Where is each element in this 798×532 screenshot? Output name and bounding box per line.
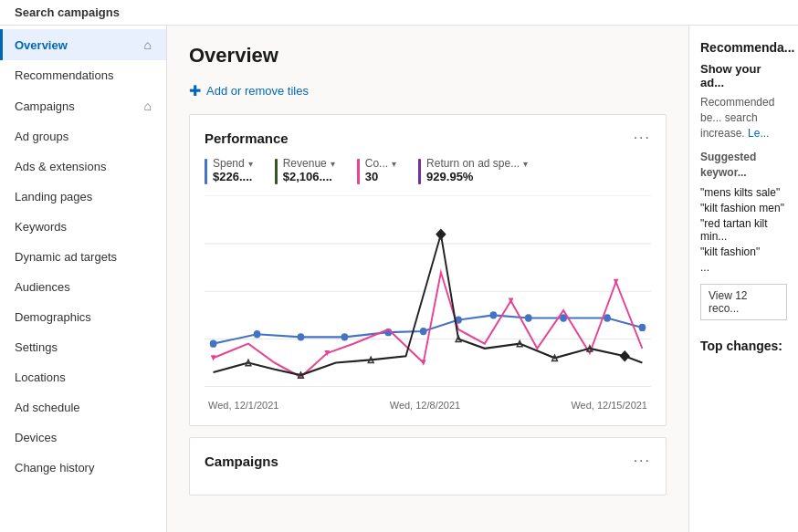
add-tiles-button[interactable]: ✚ Add or remove tiles <box>189 82 309 99</box>
date-mid: Wed, 12/8/2021 <box>390 400 460 411</box>
sidebar-item-ad-schedule[interactable]: Ad schedule <box>0 392 166 422</box>
sidebar-item-label: Devices <box>15 431 57 444</box>
svg-point-11 <box>490 311 498 318</box>
metric-info-conversions: Co... ▾ 30 <box>365 157 396 183</box>
keyword-4: "kilt fashion" <box>700 245 787 258</box>
top-bar-title: Search campaigns <box>15 5 120 19</box>
view-recommendations-button[interactable]: View 12 reco... <box>700 284 787 320</box>
metric-info-revenue: Revenue ▾ $2,106.... <box>283 157 335 183</box>
conversions-bar <box>357 159 360 184</box>
home-icon: ⌂ <box>144 37 152 52</box>
recommendations-section: Recommenda... Show your ad... Recommende… <box>700 40 787 320</box>
revenue-dropdown-icon[interactable]: ▾ <box>331 159 335 169</box>
metric-info-roas: Return on ad spe... ▾ 929.95% <box>426 157 528 183</box>
metric-info-spend: Spend ▾ $226.... <box>213 157 253 183</box>
sidebar-item-label: Dynamic ad targets <box>15 250 117 264</box>
card-header: Performance ··· <box>205 130 651 146</box>
sidebar: Overview ⌂ Recommendations Campaigns ⌂ A… <box>0 26 167 532</box>
chart-dates: Wed, 12/1/2021 Wed, 12/8/2021 Wed, 12/15… <box>205 400 651 411</box>
revenue-label: Revenue ▾ <box>283 157 335 170</box>
suggested-keywords-section: Suggested keywor... "mens kilts sale" "k… <box>700 150 787 274</box>
sidebar-item-devices[interactable]: Devices <box>0 422 166 453</box>
performance-card: Performance ··· Spend ▾ $226.... <box>189 114 667 426</box>
sidebar-item-settings[interactable]: Settings <box>0 332 166 362</box>
metric-roas: Return on ad spe... ▾ 929.95% <box>418 157 528 184</box>
campaigns-home-icon: ⌂ <box>144 99 152 113</box>
date-end: Wed, 12/15/2021 <box>571 400 647 411</box>
top-changes-section: Top changes: <box>700 339 787 353</box>
sidebar-item-change-history[interactable]: Change history <box>0 453 166 483</box>
keyword-5: ... <box>700 261 787 274</box>
sidebar-item-label: Settings <box>15 340 58 354</box>
sidebar-item-label: Ads & extensions <box>15 160 106 173</box>
svg-point-7 <box>341 333 349 340</box>
top-bar: Search campaigns <box>0 0 798 26</box>
performance-chart <box>205 195 651 396</box>
performance-card-menu[interactable]: ··· <box>634 130 651 146</box>
conversions-dropdown-icon[interactable]: ▾ <box>392 159 396 169</box>
sidebar-item-label: Demographics <box>15 310 91 324</box>
sidebar-item-ads-extensions[interactable]: Ads & extensions <box>0 151 166 182</box>
conversions-label: Co... ▾ <box>365 157 396 170</box>
svg-point-5 <box>254 330 261 338</box>
sidebar-item-recommendations[interactable]: Recommendations <box>0 60 166 90</box>
sidebar-item-audiences[interactable]: Audiences <box>0 272 166 302</box>
svg-point-14 <box>604 314 611 321</box>
sidebar-item-label: Overview <box>15 38 68 52</box>
keyword-3: "red tartan kilt min... <box>700 217 787 243</box>
sidebar-item-label: Recommendations <box>15 68 113 82</box>
sidebar-item-label: Locations <box>15 370 66 384</box>
svg-point-6 <box>298 333 305 340</box>
sidebar-item-label: Audiences <box>15 280 70 294</box>
campaigns-card: Campaigns ··· <box>189 437 667 495</box>
top-changes-title: Top changes: <box>700 339 787 353</box>
spend-dropdown-icon[interactable]: ▾ <box>248 159 253 169</box>
svg-marker-21 <box>436 228 446 240</box>
keyword-1: "mens kilts sale" <box>700 186 787 199</box>
sidebar-item-locations[interactable]: Locations <box>0 362 166 392</box>
sidebar-item-dynamic-ad-targets[interactable]: Dynamic ad targets <box>0 242 166 272</box>
plus-icon: ✚ <box>189 82 201 99</box>
page-title: Overview <box>189 44 667 68</box>
main-content: Overview ✚ Add or remove tiles Performan… <box>167 26 688 532</box>
sidebar-item-demographics[interactable]: Demographics <box>0 302 166 332</box>
performance-card-title: Performance <box>205 130 289 146</box>
metric-revenue: Revenue ▾ $2,106.... <box>275 157 335 184</box>
sidebar-item-landing-pages[interactable]: Landing pages <box>0 182 166 212</box>
revenue-value: $2,106.... <box>283 170 335 183</box>
sidebar-item-overview[interactable]: Overview ⌂ <box>0 29 166 60</box>
roas-value: 929.95% <box>426 170 528 183</box>
sidebar-item-label: Keywords <box>15 220 67 234</box>
svg-point-4 <box>210 339 217 347</box>
sidebar-item-ad-groups[interactable]: Ad groups <box>0 121 166 151</box>
main-layout: Overview ⌂ Recommendations Campaigns ⌂ A… <box>0 26 798 532</box>
sidebar-item-label: Landing pages <box>15 190 92 203</box>
svg-marker-22 <box>619 350 630 362</box>
metric-conversions: Co... ▾ 30 <box>357 157 396 184</box>
spend-bar <box>205 159 207 184</box>
sidebar-item-campaigns[interactable]: Campaigns ⌂ <box>0 90 166 121</box>
keyword-2: "kilt fashion men" <box>700 202 787 214</box>
right-panel: Recommenda... Show your ad... Recommende… <box>688 26 798 532</box>
sidebar-item-label: Ad schedule <box>15 401 80 414</box>
spend-label: Spend ▾ <box>213 157 253 170</box>
metrics-row: Spend ▾ $226.... Revenue ▾ $2,106.... <box>205 157 651 184</box>
sidebar-item-label: Change history <box>15 461 94 475</box>
campaigns-card-menu[interactable]: ··· <box>634 453 651 469</box>
roas-bar <box>418 159 421 184</box>
svg-marker-18 <box>421 360 426 365</box>
campaigns-card-header: Campaigns ··· <box>205 453 651 469</box>
suggested-keywords-title: Suggested keywor... <box>700 150 787 181</box>
roas-dropdown-icon[interactable]: ▾ <box>523 159 528 169</box>
spend-value: $226.... <box>213 170 253 183</box>
svg-point-12 <box>525 314 532 321</box>
show-your-ads-heading: Show your ad... <box>700 62 787 89</box>
date-start: Wed, 12/1/2021 <box>208 400 278 411</box>
metric-spend: Spend ▾ $226.... <box>205 157 253 184</box>
recommendations-text: Recommended be... search increase. Le... <box>700 95 787 141</box>
add-tiles-label: Add or remove tiles <box>206 84 309 98</box>
sidebar-item-keywords[interactable]: Keywords <box>0 212 166 242</box>
recommendations-link[interactable]: Le... <box>748 127 769 140</box>
svg-point-9 <box>420 328 427 335</box>
conversions-value: 30 <box>365 170 396 183</box>
